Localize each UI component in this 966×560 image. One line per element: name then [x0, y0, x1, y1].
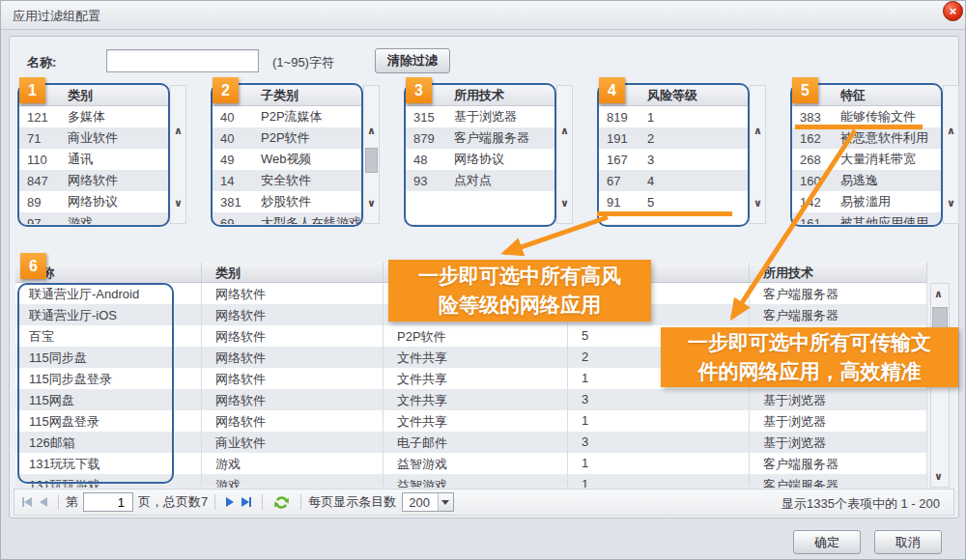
- cell: 文件共享: [384, 368, 568, 389]
- list-item[interactable]: 49Web视频: [213, 149, 361, 170]
- list-item[interactable]: 383能够传输文件: [792, 106, 941, 127]
- cell: 110: [19, 153, 60, 167]
- list-item[interactable]: 142易被滥用: [792, 191, 941, 212]
- ok-button[interactable]: 确定: [793, 530, 861, 554]
- list-item[interactable]: 97游戏: [19, 212, 168, 224]
- scrollbar[interactable]: [556, 85, 573, 224]
- list-item[interactable]: 14安全软件: [213, 170, 361, 191]
- list-item[interactable]: 93点对点: [406, 170, 554, 191]
- list-item[interactable]: 40P2P流媒体: [213, 106, 361, 127]
- column-header-category[interactable]: 类别: [202, 263, 384, 282]
- list-item[interactable]: 48网络协议: [406, 149, 554, 170]
- list-item[interactable]: 674: [599, 170, 748, 191]
- cell: 基于浏览器: [446, 108, 517, 126]
- technology-list: 所用技术 315基于浏览器879客户端服务器48网络协议93点对点: [406, 85, 554, 224]
- scroll-up-icon[interactable]: [944, 125, 958, 137]
- list-item[interactable]: 160易逃逸: [792, 170, 941, 191]
- list-item[interactable]: 162被恶意软件利用: [792, 127, 941, 149]
- callout-text: 一步即可选中所有高风: [388, 262, 651, 291]
- scroll-thumb[interactable]: [365, 148, 378, 173]
- list-item[interactable]: 161被其他应用使用: [792, 212, 941, 224]
- cell: 文件共享: [384, 389, 568, 410]
- cell: 网络软件: [202, 368, 384, 389]
- list-item[interactable]: 121多媒体: [19, 106, 168, 127]
- scroll-up-icon[interactable]: [931, 288, 946, 300]
- scroll-down-icon[interactable]: [171, 197, 185, 210]
- column-header-technology[interactable]: 所用技术: [750, 263, 927, 282]
- cell: 联通营业厅-Android: [15, 283, 202, 304]
- feature-list: 特征 383能够传输文件162被恶意软件利用268大量消耗带宽160易逃逸142…: [792, 85, 941, 224]
- scrollbar[interactable]: [363, 85, 380, 224]
- cell: 381: [213, 195, 253, 210]
- scroll-up-icon[interactable]: [557, 125, 572, 137]
- table-row[interactable]: 115网盘登录网络软件文件共享1基于浏览器: [15, 410, 927, 432]
- list-item[interactable]: 847网络软件: [19, 170, 168, 191]
- scroll-down-icon[interactable]: [751, 197, 765, 210]
- cell: 客户端服务器: [750, 453, 927, 474]
- list-item[interactable]: 110通讯: [19, 149, 168, 170]
- close-icon[interactable]: [943, 1, 963, 21]
- list-item[interactable]: 69大型多人在线游戏: [213, 212, 361, 224]
- scroll-up-icon[interactable]: [364, 125, 379, 137]
- per-page-select[interactable]: 200: [402, 492, 454, 512]
- cell: 162: [792, 131, 833, 146]
- cell: 131玩玩游戏: [15, 474, 202, 488]
- clear-filter-button[interactable]: 清除过滤: [375, 48, 450, 73]
- table-row[interactable]: 115网盘网络软件文件共享3基于浏览器: [15, 389, 927, 410]
- list-item[interactable]: 40P2P软件: [213, 127, 361, 149]
- dialog-content: 名称: (1~95)字符 清除过滤 类别 121多媒体71商业软件110通讯84…: [9, 36, 959, 518]
- refresh-icon[interactable]: [273, 494, 290, 511]
- next-page-icon[interactable]: [226, 497, 234, 507]
- cell: 115同步盘: [15, 347, 202, 368]
- cell: 被恶意软件利用: [833, 129, 928, 147]
- list-item[interactable]: 915: [599, 191, 748, 212]
- cell: 文件共享: [384, 347, 568, 368]
- page-number-input[interactable]: [83, 492, 133, 512]
- list-item[interactable]: 268大量消耗带宽: [792, 149, 941, 170]
- callout-file-transfer: 一步即可选中所有可传输文 件的网络应用，高效精准: [661, 327, 958, 387]
- callout-text: 件的网络应用，高效精准: [661, 357, 958, 386]
- list-item[interactable]: 1912: [599, 127, 748, 149]
- list-item[interactable]: 8191: [599, 106, 748, 127]
- list-item[interactable]: 1673: [599, 149, 748, 170]
- table-row[interactable]: 126邮箱商业软件电子邮件3基于浏览器: [15, 432, 927, 453]
- list-item[interactable]: 381炒股软件: [213, 191, 361, 212]
- cell: 网络软件: [202, 325, 384, 347]
- cell: 40: [213, 131, 253, 146]
- list-item[interactable]: 71商业软件: [19, 127, 168, 149]
- cell: 121: [19, 110, 60, 125]
- cell: 97: [19, 216, 60, 225]
- scroll-down-icon[interactable]: [364, 197, 379, 210]
- cell: 网络软件: [202, 304, 384, 325]
- scroll-up-icon[interactable]: [171, 125, 185, 137]
- list-item[interactable]: 879客户端服务器: [406, 127, 554, 149]
- name-input[interactable]: [106, 49, 259, 72]
- table-row[interactable]: 131玩玩游戏游戏益智游戏1客户端服务器: [15, 474, 927, 488]
- cell: 点对点: [446, 172, 492, 189]
- scroll-up-icon[interactable]: [751, 125, 765, 137]
- scroll-down-icon[interactable]: [944, 197, 958, 210]
- cell: 315: [406, 110, 446, 125]
- cell: 93: [406, 174, 446, 188]
- scroll-down-icon[interactable]: [931, 470, 946, 483]
- first-page-icon[interactable]: [22, 497, 32, 507]
- last-page-icon[interactable]: [242, 497, 251, 507]
- cell: 客户端服务器: [446, 129, 529, 147]
- list-item[interactable]: 315基于浏览器: [406, 106, 554, 127]
- scrollbar[interactable]: [170, 85, 186, 224]
- cell: 商业软件: [60, 129, 118, 147]
- step-badge-2: 2: [213, 77, 239, 103]
- scroll-down-icon[interactable]: [557, 197, 572, 210]
- chevron-down-icon[interactable]: [438, 493, 453, 511]
- scrollbar[interactable]: [943, 85, 959, 224]
- scrollbar[interactable]: [750, 85, 766, 224]
- cell: 商业软件: [202, 432, 384, 453]
- table-row[interactable]: 131玩玩下载游戏益智游戏1客户端服务器: [15, 453, 927, 474]
- list-item[interactable]: 89网络协议: [19, 191, 168, 212]
- cancel-button[interactable]: 取消: [874, 530, 942, 554]
- cell: 客户端服务器: [750, 474, 927, 488]
- per-page-value: 200: [403, 495, 438, 510]
- cell: 网络软件: [202, 410, 384, 432]
- cell: 通讯: [60, 151, 93, 168]
- previous-page-icon[interactable]: [40, 497, 47, 507]
